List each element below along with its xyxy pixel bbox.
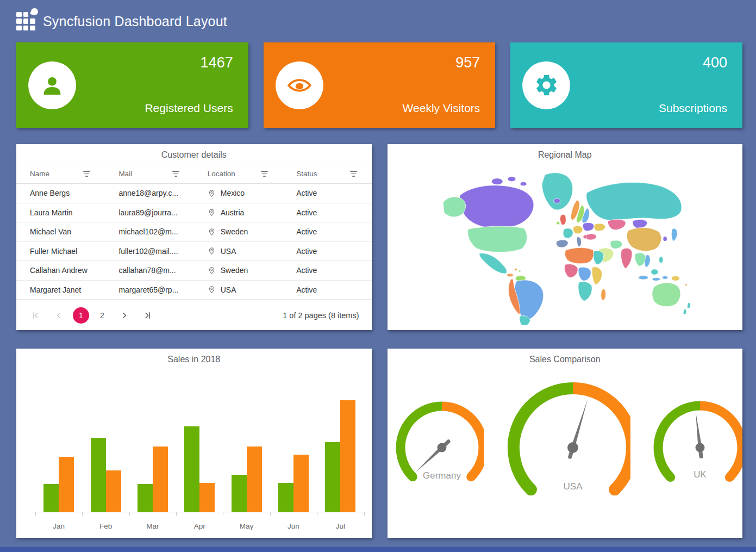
table-row[interactable]: Callahan Andrewcallahan78@m...SwedenActi…: [16, 261, 372, 281]
bar-series1-apr: [184, 426, 199, 512]
map-region-central-america: [507, 274, 513, 277]
map-region-australia: [652, 283, 680, 307]
map-region-kazakhstan: [608, 219, 626, 230]
page-button-1[interactable]: 1: [73, 307, 89, 324]
x-axis-label-apr: Apr: [176, 522, 223, 530]
map-region-ireland: [556, 221, 559, 225]
map-region-uk: [560, 215, 566, 225]
map-region-madagascar: [601, 289, 605, 300]
prev-page-icon[interactable]: [49, 306, 68, 325]
cell-mail: michael102@m...: [105, 227, 193, 236]
gauge-knob: [695, 443, 704, 452]
map-region-caribbean: [514, 268, 516, 270]
bar-group-apr: [176, 426, 223, 512]
panel-regional-map[interactable]: Regional Map: [388, 144, 743, 330]
filter-icon[interactable]: [261, 171, 268, 176]
map-region-east-africa: [592, 267, 602, 285]
cell-location: Sweden: [194, 227, 283, 236]
first-page-icon[interactable]: [26, 306, 45, 325]
cell-location: Austria: [194, 208, 283, 217]
map-region-west-africa: [564, 264, 578, 277]
map-region-new-zealand: [683, 309, 686, 314]
bar-series2-jul: [340, 400, 355, 512]
card-registered-users[interactable]: 1467 Registered Users: [16, 42, 248, 128]
column-header-status[interactable]: Status: [283, 170, 371, 178]
cell-status: Active: [283, 266, 371, 275]
cell-location: USA: [194, 286, 283, 294]
map-region-canada: [459, 185, 534, 228]
card-weekly-visitors[interactable]: 957 Weekly Visitors: [264, 42, 496, 128]
bar-series2-apr: [199, 483, 215, 512]
table-row[interactable]: Anne Bergsanne18@arpy.c...MexicoActive: [16, 184, 372, 203]
bar-series1-mar: [138, 484, 153, 512]
next-page-icon[interactable]: [115, 306, 134, 325]
bar-series2-may: [247, 446, 262, 512]
gauge-needle: [696, 412, 702, 448]
cell-name: Fuller Michael: [16, 247, 105, 256]
panel-title: Sales Comparison: [388, 349, 743, 364]
panel-sales-2018[interactable]: Sales in 2018 JanFebMarAprMayJunJul: [16, 349, 372, 538]
axis-tick: [270, 512, 271, 516]
card-icon-circle: [28, 61, 76, 109]
map-region-alaska: [443, 197, 465, 217]
map-region-usa: [467, 226, 527, 252]
map-region-russia: [586, 182, 681, 220]
card-value: 1467: [201, 54, 233, 71]
column-header-mail[interactable]: Mail: [105, 170, 193, 178]
axis-tick: [176, 512, 177, 516]
gauge-label: UK: [693, 469, 707, 480]
filter-icon[interactable]: [172, 171, 179, 176]
column-header-name[interactable]: Name: [16, 170, 105, 178]
panel-customer-details[interactable]: Customer details Name Mail Location Stat…: [16, 144, 372, 330]
cell-status: Active: [283, 208, 371, 217]
eye-icon: [286, 72, 313, 99]
cell-mail: fuller102@mail....: [105, 247, 193, 256]
panel-title: Regional Map: [388, 144, 743, 160]
cell-location: Mexico: [194, 189, 283, 197]
map-region-vietnam: [645, 255, 650, 268]
map-region-egypt: [593, 251, 603, 265]
gauge-label: Germany: [423, 470, 461, 481]
x-axis-label-jul: Jul: [317, 522, 364, 530]
map-region-canada-isles: [508, 177, 516, 182]
map-region-se-asia: [635, 253, 646, 266]
cell-mail: laura89@jourra...: [105, 208, 193, 217]
cell-name: Margaret Janet: [16, 286, 105, 294]
table-row[interactable]: Margaret Janetmargaret65@rp...USAActive: [16, 281, 372, 300]
map-region-philippines: [659, 257, 663, 263]
card-label: Subscriptions: [659, 102, 727, 115]
card-subscriptions[interactable]: 400 Subscriptions: [510, 42, 742, 128]
cell-name: Laura Martin: [16, 208, 105, 217]
page-title: Syncfusion Dashboard Layout: [43, 14, 227, 29]
x-axis-label-may: May: [223, 522, 270, 530]
map-region-indonesia: [638, 276, 648, 280]
table-row[interactable]: Laura Martinlaura89@jourra...AustriaActi…: [16, 203, 372, 223]
panel-sales-comparison[interactable]: Sales Comparison GermanyUSAUK: [388, 349, 743, 538]
last-page-icon[interactable]: [139, 306, 157, 325]
cell-status: Active: [283, 189, 371, 197]
bar-series1-may: [232, 475, 247, 512]
x-axis-labels: JanFebMarAprMayJunJul: [35, 522, 364, 530]
map-region-france: [563, 228, 573, 238]
map-region-central-europe: [573, 226, 583, 233]
bar-series2-jun: [293, 455, 309, 512]
page-button-2[interactable]: 2: [94, 307, 110, 324]
filter-icon[interactable]: [83, 171, 90, 176]
column-header-location[interactable]: Location: [194, 170, 283, 178]
axis-tick: [129, 512, 130, 516]
map-region-central-africa: [578, 267, 591, 281]
table-body: Anne Bergsanne18@arpy.c...MexicoActiveLa…: [16, 184, 372, 300]
card-icon-circle: [276, 61, 323, 109]
horizontal-scrollbar[interactable]: [0, 547, 756, 552]
bar-series1-jul: [325, 442, 340, 512]
table-row[interactable]: Michael Vanmichael102@m...SwedenActive: [16, 222, 372, 242]
map-region-greenland: [542, 173, 572, 210]
gauge-arc-green: [514, 388, 573, 489]
map-region-iceland: [553, 199, 560, 203]
panel-title: Sales in 2018: [16, 349, 372, 364]
bar-series1-jan: [43, 484, 59, 512]
gauge-needle: [571, 399, 588, 448]
filter-icon[interactable]: [350, 171, 357, 176]
table-row[interactable]: Fuller Michaelfuller102@mail....USAActiv…: [16, 242, 372, 262]
table-header-row: Name Mail Location Status: [16, 164, 372, 184]
